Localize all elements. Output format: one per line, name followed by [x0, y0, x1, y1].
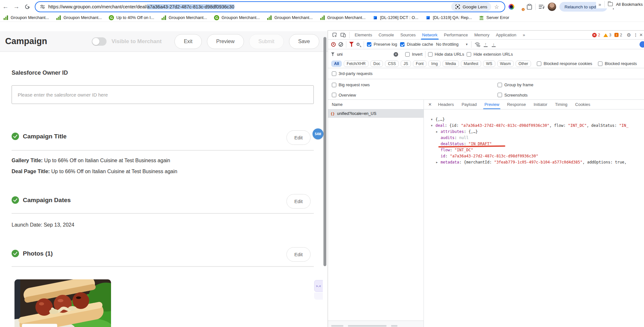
checkbox-icon[interactable] [598, 61, 602, 66]
type-filter-chip[interactable]: Wasm [497, 61, 514, 67]
extensions-puzzle-icon[interactable] [527, 4, 532, 10]
preview-tree-line[interactable]: ▼{,…} [424, 117, 644, 123]
overview-checkbox[interactable]: Overview [332, 93, 356, 98]
console-errors-badge[interactable]: ✕ 2 [592, 33, 600, 37]
devtools-tab[interactable]: Application [493, 31, 520, 40]
detail-tab[interactable]: Preview [481, 100, 503, 109]
record-network-log-icon[interactable] [331, 42, 336, 47]
preview-button[interactable]: Preview [207, 34, 244, 49]
exit-button[interactable]: Exit [174, 34, 202, 49]
devtools-tab[interactable]: Console [375, 31, 397, 40]
type-filter-chip[interactable]: Media [443, 61, 459, 67]
devtools-tab[interactable]: Sources [397, 31, 419, 40]
invert-checkbox[interactable]: Invert [405, 52, 423, 57]
checkbox-icon[interactable] [467, 52, 471, 57]
tree-toggle-icon[interactable]: ▶ [436, 129, 438, 135]
export-har-icon[interactable]: ↓ [491, 42, 496, 47]
all-bookmarks-label[interactable]: All Bookmarks [616, 2, 643, 7]
tree-toggle-icon[interactable]: ▶ [436, 159, 438, 165]
preserve-log-checkbox[interactable]: Preserve log [367, 42, 397, 47]
bookmark-item[interactable]: Groupon Merchant... [3, 15, 49, 20]
inspect-element-icon[interactable] [331, 31, 339, 39]
hide-data-urls-checkbox[interactable]: Hide data URLs [428, 52, 464, 57]
checkbox-icon[interactable] [498, 93, 502, 97]
url-selected-text[interactable]: a7a36a43-27d2-487c-813c-d98df0936c30 [147, 4, 234, 9]
visible-to-merchant-toggle[interactable] [92, 37, 107, 46]
devtools-tab[interactable]: Performance [441, 31, 471, 40]
vertical-scrollbar[interactable] [323, 37, 326, 266]
more-tabs-chevron[interactable]: » [519, 31, 528, 40]
console-warnings-badge[interactable]: 3 [603, 32, 611, 38]
close-detail-icon[interactable]: ✕ [426, 100, 434, 109]
devtools-tab[interactable]: Memory [471, 31, 493, 40]
filter-input[interactable]: uni [337, 52, 391, 57]
bookmark-item[interactable]: [DL-1319] QA: Rep... [425, 15, 472, 20]
bookmark-star-icon[interactable]: ☆ [491, 1, 502, 12]
preview-tree-line[interactable]: ▶metadata: {merchantId: "3feab779-1c05-4… [424, 159, 644, 165]
search-icon[interactable] [357, 43, 359, 46]
type-filter-chip[interactable]: WS [483, 61, 495, 67]
detail-tab[interactable]: Cookies [571, 100, 594, 109]
type-filter-chip[interactable]: Font [413, 61, 426, 67]
throttling-dropdown[interactable]: No throttling ▼ [436, 42, 468, 47]
bookmark-item[interactable]: Groupon Merchant... [267, 15, 313, 20]
bookmark-item[interactable]: Server Error [479, 15, 509, 20]
feedback-tab-button[interactable]: >.< [314, 280, 323, 292]
type-filter-chip[interactable]: All [331, 61, 342, 67]
profile-avatar[interactable] [548, 3, 556, 11]
preview-tree-line[interactable]: ▶attributes: {,…} [424, 129, 644, 135]
import-har-icon[interactable]: ↑ [483, 42, 488, 47]
third-party-checkbox[interactable]: 3rd-party requests [332, 71, 373, 76]
deal-photo-meatball-sandwich[interactable] [14, 279, 111, 327]
bookmark-item[interactable]: Groupon Merchant... [56, 15, 102, 20]
type-filter-chip[interactable]: Other [516, 61, 531, 67]
network-conditions-icon[interactable] [474, 42, 480, 47]
campaign-dates-edit-button[interactable]: Edit [286, 194, 311, 209]
bookmark-item[interactable]: Groupon Merchant... [214, 15, 260, 20]
url-text[interactable]: https://www.groupon.com/merchant/center/… [48, 4, 451, 9]
checkbox-icon[interactable] [332, 71, 336, 76]
detail-tab[interactable]: Payload [458, 100, 481, 109]
forward-icon[interactable]: → [11, 1, 22, 12]
checkbox-checked-icon[interactable] [400, 42, 405, 47]
checkbox-icon[interactable] [537, 61, 541, 66]
detail-tab[interactable]: Initiator [530, 100, 551, 109]
checkbox-icon[interactable] [428, 52, 433, 57]
filter-icon[interactable] [349, 42, 354, 47]
checkbox-icon[interactable] [498, 83, 502, 87]
checkbox-icon[interactable] [332, 93, 336, 97]
type-filter-chip[interactable]: Manifest [461, 61, 481, 67]
detail-tab[interactable]: Headers [434, 100, 458, 109]
request-row-selected[interactable]: {} unified?locale=en_US [328, 109, 424, 118]
checkbox-icon[interactable] [405, 52, 410, 57]
submit-button[interactable]: Submit [249, 34, 284, 49]
detail-tab[interactable]: Response [503, 100, 530, 109]
type-filter-chip[interactable]: Doc [370, 61, 383, 67]
site-settings-icon[interactable] [40, 4, 45, 9]
blocked-cookies-checkbox[interactable]: Blocked response cookies [537, 61, 592, 66]
devtools-tab[interactable]: Elements [351, 31, 375, 40]
tab-media-list-icon[interactable] [539, 4, 545, 9]
address-bar[interactable]: https://www.groupon.com/merchant/center/… [35, 1, 505, 12]
device-toolbar-icon[interactable] [339, 31, 347, 39]
type-filter-chip[interactable]: JS [401, 61, 411, 67]
refresh-icon[interactable] [22, 1, 33, 12]
tree-toggle-icon[interactable]: ▼ [431, 123, 433, 129]
extension-with-badge-icon[interactable]: 1 [518, 4, 524, 10]
salesforce-owner-id-input[interactable] [12, 85, 314, 104]
devtools-settings-icon[interactable]: ⚙ [625, 31, 633, 39]
devtools-close-icon[interactable]: ✕ [638, 31, 644, 39]
group-by-frame-checkbox[interactable]: Group by frame [498, 82, 533, 87]
screenshots-checkbox[interactable]: Screenshots [498, 93, 527, 98]
checkbox-icon[interactable] [332, 83, 336, 87]
bookmark-item[interactable]: [DL-1206] DCT : O... [373, 15, 418, 20]
devtools-menu-icon[interactable]: ⋮ [633, 31, 638, 39]
save-button[interactable]: Save [289, 34, 319, 49]
extension-recorder-icon[interactable] [509, 4, 514, 10]
tree-toggle-icon[interactable]: ▼ [431, 117, 433, 123]
type-filter-chip[interactable]: Img [428, 61, 441, 67]
checkbox-checked-icon[interactable] [367, 42, 371, 47]
hide-extension-urls-checkbox[interactable]: Hide extension URLs [467, 52, 513, 57]
disable-cache-checkbox[interactable]: Disable cache [400, 42, 433, 47]
clear-filter-icon[interactable]: ✕ [394, 52, 398, 57]
